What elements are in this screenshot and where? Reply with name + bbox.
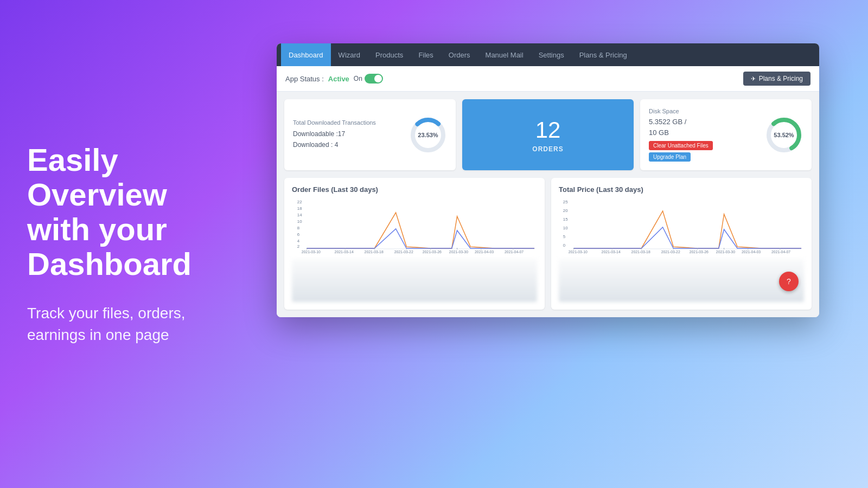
orders-number: 12 [535,117,561,143]
orders-card: 12 ORDERS [462,99,634,170]
svg-text:2021-03-14: 2021-03-14 [602,250,621,253]
transactions-donut: 23.53% [409,116,447,154]
svg-text:2021-03-10: 2021-03-10 [569,250,588,253]
svg-text:5: 5 [563,234,566,239]
clear-unattached-button[interactable]: Clear Unattached Files [649,141,713,150]
svg-text:2021-04-03: 2021-04-03 [742,250,761,253]
charts-container: Order Files (Last 30 days) 22 18 14 10 8… [284,178,812,310]
nav-wizard[interactable]: Wizard [331,43,368,66]
disk-donut: 53.52% [765,116,803,154]
transactions-title: Total Downloaded Transactions [293,119,400,126]
order-files-blurred-bottom [292,259,537,302]
nav-products[interactable]: Products [368,43,411,66]
transactions-card: Total Downloaded Transactions Downloadab… [284,99,456,170]
svg-text:2021-03-10: 2021-03-10 [302,250,321,253]
stats-row: Total Downloaded Transactions Downloadab… [284,99,812,170]
svg-text:10: 10 [297,219,302,224]
subtext: Track your files, orders, earnings in on… [27,303,212,345]
svg-text:2021-03-30: 2021-03-30 [716,250,735,253]
charts-row: Order Files (Last 30 days) 22 18 14 10 8… [284,178,812,310]
total-price-svg: 25 20 15 10 5 0 [559,199,804,253]
svg-text:2021-03-26: 2021-03-26 [690,250,709,253]
toggle-wrap: On [354,74,383,84]
toggle-switch[interactable] [365,74,383,84]
transactions-downloadable: Downloadable :17 Downloaded : 4 [293,129,400,150]
top-bar: App Status : Active On Plans & Pricing [277,66,819,92]
upgrade-plan-button[interactable]: Upgrade Plan [649,152,691,162]
toggle-label: On [354,75,362,82]
nav-files[interactable]: Files [411,43,441,66]
nav-bar: Dashboard Wizard Products Files Orders M… [277,43,819,66]
svg-text:6: 6 [297,232,300,237]
app-status-label: App Status : [285,75,324,83]
left-panel: Easily Overview with your Dashboard Trac… [0,0,239,488]
svg-text:2021-04-03: 2021-04-03 [475,250,494,253]
svg-text:22: 22 [297,200,302,204]
total-price-title: Total Price (Last 30 days) [559,185,804,194]
svg-text:2021-03-14: 2021-03-14 [335,250,354,253]
nav-manuel-mail[interactable]: Manuel Mail [478,43,531,66]
disk-percent: 53.52% [774,132,794,138]
svg-text:2021-04-07: 2021-04-07 [505,250,524,253]
svg-text:2021-03-30: 2021-03-30 [449,250,468,253]
svg-text:4: 4 [297,239,300,243]
total-price-blurred-bottom [559,259,804,302]
svg-text:2021-03-22: 2021-03-22 [394,250,413,253]
nav-plans-pricing[interactable]: Plans & Pricing [572,43,635,66]
svg-text:2021-03-18: 2021-03-18 [631,250,650,253]
svg-text:2: 2 [297,244,299,249]
total-price-chart: Total Price (Last 30 days) 25 20 15 10 5… [551,178,812,310]
float-action-button[interactable]: ? [779,272,799,291]
disk-info: Disk Space 5.3522 GB / 10 GB Clear Unatt… [649,108,756,162]
svg-text:15: 15 [563,217,568,222]
dashboard-content: Total Downloaded Transactions Downloadab… [277,92,819,317]
plans-pricing-button[interactable]: Plans & Pricing [743,72,810,86]
svg-text:25: 25 [563,200,568,204]
svg-text:2021-03-22: 2021-03-22 [661,250,680,253]
transactions-info: Total Downloaded Transactions Downloadab… [293,119,400,150]
disk-values: 5.3522 GB / 10 GB [649,117,756,138]
svg-text:0: 0 [563,243,566,248]
svg-text:2021-03-26: 2021-03-26 [423,250,442,253]
order-files-chart: Order Files (Last 30 days) 22 18 14 10 8… [284,178,545,310]
svg-text:10: 10 [563,226,568,230]
nav-settings[interactable]: Settings [531,43,572,66]
order-files-title: Order Files (Last 30 days) [292,185,537,194]
disk-card: Disk Space 5.3522 GB / 10 GB Clear Unatt… [640,99,812,170]
svg-text:20: 20 [563,208,568,213]
app-status: App Status : Active On [285,74,383,84]
disk-title: Disk Space [649,108,756,114]
svg-text:18: 18 [297,206,302,211]
order-files-svg: 22 18 14 10 8 6 4 2 [292,199,537,253]
transactions-percent: 23.53% [418,132,438,138]
svg-text:14: 14 [297,213,302,217]
app-window: Dashboard Wizard Products Files Orders M… [239,0,868,488]
nav-orders[interactable]: Orders [441,43,478,66]
headline: Easily Overview with your Dashboard [27,143,212,281]
svg-text:8: 8 [297,226,300,230]
orders-label: ORDERS [532,145,563,153]
nav-dashboard[interactable]: Dashboard [281,43,331,66]
svg-text:2021-03-18: 2021-03-18 [365,250,384,253]
app-frame: Dashboard Wizard Products Files Orders M… [277,43,819,317]
status-active-text: Active [328,75,349,83]
svg-text:2021-04-07: 2021-04-07 [771,250,790,253]
